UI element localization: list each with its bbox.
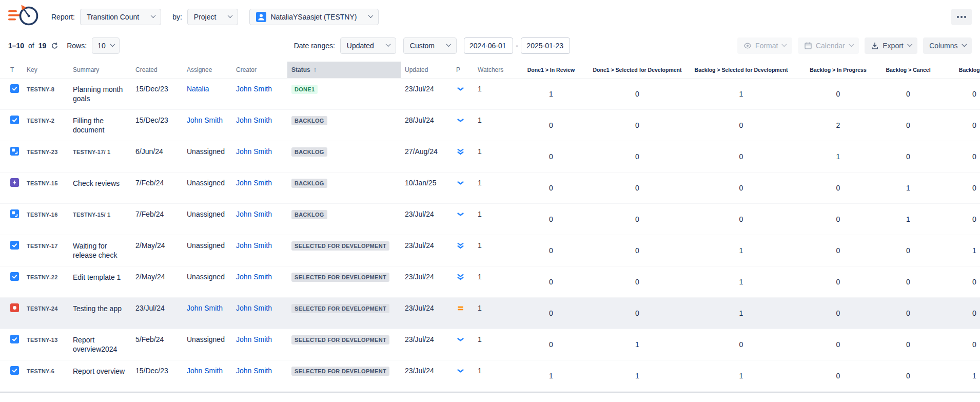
export-button[interactable]: Export xyxy=(865,37,917,54)
issue-summary-cell: Filling the document xyxy=(69,110,131,141)
issue-row-testny-6[interactable]: TESTNY-6Report overview15/Dec/23John Smi… xyxy=(0,360,980,392)
creator-link[interactable]: John Smith xyxy=(236,85,272,93)
issue-row-testny-15[interactable]: TESTNY-15Check reviews7/Feb/24Unassigned… xyxy=(0,173,980,204)
column-header-p[interactable]: P xyxy=(452,62,474,79)
group-by-select[interactable]: Project xyxy=(187,9,239,25)
columns-button[interactable]: Columns xyxy=(923,37,972,54)
issue-row-testny-22[interactable]: TESTNY-22Edit template 12/May/24Unassign… xyxy=(0,266,980,298)
creator-link[interactable]: John Smith xyxy=(236,304,272,312)
app-header: Report: Transition Count by: Project Nat… xyxy=(0,0,980,34)
rows-per-page-select[interactable]: 10 xyxy=(92,37,120,54)
project-select[interactable]: NataliaYSaasjet (TESTNY) xyxy=(249,9,379,25)
calendar-button[interactable]: Calendar xyxy=(798,37,859,54)
issue-summary: Report overview2024 xyxy=(73,336,117,353)
creator-cell: John Smith xyxy=(232,79,287,110)
column-header-assignee[interactable]: Assignee xyxy=(183,62,232,79)
assignee-link[interactable]: John Smith xyxy=(187,304,223,312)
issue-key: TESTNY-22 xyxy=(27,274,58,280)
column-header-status[interactable]: Status↑ xyxy=(287,62,401,79)
creator-cell: John Smith xyxy=(232,110,287,141)
updated-cell: 23/Jul/24 xyxy=(401,235,452,266)
issue-summary: TESTNY-17/ 1 xyxy=(73,149,110,155)
column-header-updated[interactable]: Updated xyxy=(401,62,452,79)
watchers-count: 1 xyxy=(478,367,482,375)
table-header-row: TKeySummaryCreatedAssigneeCreatorStatus↑… xyxy=(0,62,980,79)
column-header-backlog-cancel[interactable]: Backlog > Cancel xyxy=(880,62,936,79)
issue-row-testny-24[interactable]: TESTNY-24Testing the app23/Jul/24John Sm… xyxy=(0,298,980,329)
date-from-input[interactable] xyxy=(464,37,513,54)
report-type-select[interactable]: Transition Count xyxy=(80,9,161,25)
watchers-count: 1 xyxy=(478,241,482,250)
assignee-link[interactable]: John Smith xyxy=(187,367,223,375)
transition-count-cell-3: 0 xyxy=(796,79,880,110)
creator-cell: John Smith xyxy=(232,266,287,298)
assignee-link[interactable]: John Smith xyxy=(187,116,223,124)
creator-link[interactable]: John Smith xyxy=(236,210,272,218)
issue-row-testny-8[interactable]: TESTNY-8Planning month goals15/Dec/23Nat… xyxy=(0,79,980,110)
assignee-cell: Unassigned xyxy=(183,329,232,360)
watchers-count: 1 xyxy=(478,210,482,218)
creator-link[interactable]: John Smith xyxy=(236,273,272,281)
issue-row-testny-2[interactable]: TESTNY-2Filling the document15/Dec/23Joh… xyxy=(0,110,980,141)
issue-row-testny-13[interactable]: TESTNY-13Report overview20245/Feb/24Unas… xyxy=(0,329,980,360)
column-header-backlog-in-progress[interactable]: Backlog > In Progress xyxy=(796,62,880,79)
column-header-t[interactable]: T xyxy=(0,62,23,79)
date-mode-select[interactable]: Custom xyxy=(403,37,457,54)
issue-summary-cell: Check reviews xyxy=(69,173,131,204)
priority-cell xyxy=(452,298,474,329)
creator-link[interactable]: John Smith xyxy=(236,241,272,250)
creator-link[interactable]: John Smith xyxy=(236,179,272,187)
chevron-down-icon xyxy=(228,13,233,18)
task-issue-type-icon xyxy=(10,116,19,124)
watchers-count: 1 xyxy=(478,273,482,281)
issue-summary: Report overview xyxy=(73,367,125,375)
issue-key: TESTNY-15 xyxy=(27,180,58,186)
format-button[interactable]: Format xyxy=(737,37,792,54)
column-header-created[interactable]: Created xyxy=(131,62,183,79)
pagination-of-label: of xyxy=(28,42,34,50)
creator-link[interactable]: John Smith xyxy=(236,147,272,156)
creator-link[interactable]: John Smith xyxy=(236,367,272,375)
transition-count-cell-5: 0 xyxy=(936,79,980,110)
toolbar-actions: Format Calendar Export Columns xyxy=(732,37,972,54)
date-to-input[interactable] xyxy=(521,37,570,54)
issue-row-testny-23[interactable]: TESTNY-23TESTNY-17/ 16/Jun/24UnassignedJ… xyxy=(0,141,980,173)
refresh-button[interactable] xyxy=(51,42,58,50)
issue-summary: TESTNY-15/ 1 xyxy=(73,212,110,218)
priority-cell xyxy=(452,79,474,110)
status-cell: SELECTED FOR DEVELOPMENT xyxy=(287,298,401,329)
column-header-backlog-c[interactable]: Backlog > C xyxy=(936,62,980,79)
creator-link[interactable]: John Smith xyxy=(236,335,272,343)
created-cell: 15/Dec/23 xyxy=(131,110,183,141)
issue-row-testny-16[interactable]: TESTNY-16TESTNY-15/ 17/Feb/24UnassignedJ… xyxy=(0,204,980,235)
issue-summary-cell: Planning month goals xyxy=(69,79,131,110)
column-header-creator[interactable]: Creator xyxy=(232,62,287,79)
columns-button-label: Columns xyxy=(929,42,957,50)
creator-link[interactable]: John Smith xyxy=(236,116,272,124)
date-field-select[interactable]: Updated xyxy=(340,37,396,54)
transition-count-cell-1: 0 xyxy=(589,141,686,173)
issue-type-cell xyxy=(0,79,23,110)
date-mode-value: Custom xyxy=(410,42,435,50)
column-header-watchers[interactable]: Watchers xyxy=(474,62,514,79)
column-header-key[interactable]: Key xyxy=(23,62,69,79)
assignee-link[interactable]: Natalia xyxy=(187,85,209,93)
status-cell: BACKLOG xyxy=(287,141,401,173)
report-type-value: Transition Count xyxy=(87,13,139,21)
rows-per-page-value: 10 xyxy=(97,42,106,50)
assignee-text: Unassigned xyxy=(187,147,225,156)
issue-row-testny-17[interactable]: TESTNY-17Waiting for release check2/May/… xyxy=(0,235,980,266)
column-header-done1-selected-for-development[interactable]: Done1 > Selected for Development xyxy=(589,62,686,79)
transition-count-cell-5: 0 xyxy=(936,266,980,298)
status-badge: SELECTED FOR DEVELOPMENT xyxy=(291,367,389,376)
column-header-summary[interactable]: Summary xyxy=(69,62,131,79)
column-header-backlog-selected-for-development[interactable]: Backlog > Selected for Development xyxy=(686,62,796,79)
issue-summary-cell: Report overview xyxy=(69,360,131,392)
more-options-button[interactable] xyxy=(951,9,972,25)
watchers-cell: 1 xyxy=(474,79,514,110)
priority-cell xyxy=(452,235,474,266)
column-header-done1-in-review[interactable]: Done1 > In Review xyxy=(514,62,589,79)
transition-count-cell-2: 1 xyxy=(686,360,796,392)
issue-type-cell xyxy=(0,266,23,298)
transition-count-cell-2: 0 xyxy=(686,110,796,141)
